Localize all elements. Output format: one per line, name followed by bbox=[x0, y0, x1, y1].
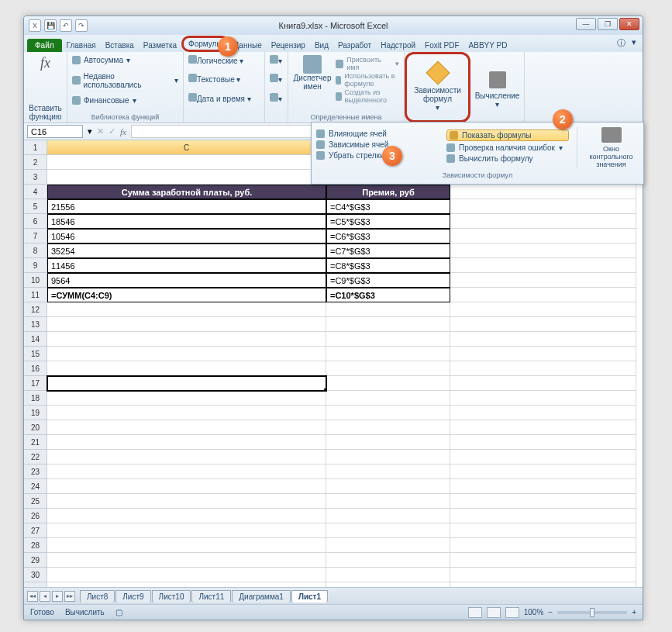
cell[interactable] bbox=[450, 406, 636, 420]
rowhdr-17[interactable]: 17 bbox=[24, 376, 47, 391]
cell[interactable] bbox=[326, 302, 450, 317]
tab-file[interactable]: Файл bbox=[27, 39, 62, 52]
cell[interactable] bbox=[47, 538, 326, 553]
rowhdr-11[interactable]: 11 bbox=[24, 288, 47, 302]
cell[interactable] bbox=[450, 568, 636, 582]
cell[interactable] bbox=[326, 582, 450, 587]
tab-view[interactable]: Вид bbox=[310, 39, 333, 52]
cell[interactable] bbox=[47, 420, 326, 435]
cell[interactable] bbox=[450, 332, 636, 347]
text-button[interactable]: Текстовые ▾ bbox=[188, 74, 260, 84]
cell[interactable] bbox=[47, 317, 326, 332]
cell[interactable] bbox=[450, 465, 636, 479]
cell[interactable] bbox=[47, 450, 326, 465]
rowhdr-15[interactable]: 15 bbox=[24, 347, 47, 361]
namebox-dropdown-icon[interactable]: ▾ bbox=[88, 126, 92, 136]
cell[interactable] bbox=[450, 361, 636, 376]
cell[interactable]: =C8*$G$3 bbox=[326, 258, 450, 273]
zoom-slider[interactable] bbox=[557, 611, 627, 614]
rowhdr-6[interactable]: 6 bbox=[24, 214, 47, 229]
rowhdr-10[interactable]: 10 bbox=[24, 273, 47, 288]
cell[interactable] bbox=[47, 494, 326, 509]
cell[interactable] bbox=[450, 214, 636, 229]
cell[interactable] bbox=[450, 199, 636, 214]
name-manager-button[interactable]: Диспетчер имен bbox=[293, 55, 332, 91]
zoom-out-button[interactable]: − bbox=[548, 608, 553, 616]
cell[interactable] bbox=[450, 302, 636, 317]
cell[interactable] bbox=[450, 435, 636, 450]
cell[interactable]: =C6*$G$3 bbox=[326, 229, 450, 243]
error-checking-button[interactable]: Проверка наличия ошибок ▾ bbox=[446, 143, 569, 152]
trace-precedents-button[interactable]: Влияющие ячей bbox=[316, 130, 439, 138]
sheet-nav-prev[interactable]: ◂ bbox=[40, 591, 50, 602]
rowhdr-4[interactable]: 4 bbox=[24, 185, 47, 199]
cell[interactable] bbox=[326, 332, 450, 347]
rowhdr-1[interactable]: 1 bbox=[24, 140, 47, 155]
cell[interactable] bbox=[450, 288, 636, 302]
cell[interactable] bbox=[450, 243, 636, 258]
rowhdr-25[interactable]: 25 bbox=[24, 494, 47, 509]
rowhdr-14[interactable]: 14 bbox=[24, 332, 47, 347]
cell[interactable]: 9564 bbox=[47, 273, 326, 288]
recent-button[interactable]: Недавно использовались ▾ bbox=[72, 72, 178, 89]
view-break-button[interactable] bbox=[505, 607, 519, 618]
rowhdr-9[interactable]: 9 bbox=[24, 258, 47, 273]
rowhdr-21[interactable]: 21 bbox=[24, 435, 47, 450]
cell[interactable]: =C10*$G$3 bbox=[326, 288, 450, 302]
macro-record-icon[interactable]: ▢ bbox=[115, 608, 122, 616]
cell[interactable]: =СУММ(C4:C9) bbox=[47, 288, 326, 302]
cell[interactable] bbox=[450, 376, 636, 391]
cell[interactable] bbox=[450, 494, 636, 509]
rowhdr-27[interactable]: 27 bbox=[24, 523, 47, 538]
tab-layout[interactable]: Разметка bbox=[139, 39, 181, 52]
rowhdr-28[interactable]: 28 bbox=[24, 538, 47, 553]
more-functions[interactable]: ▾ ▾ ▾ bbox=[265, 52, 288, 123]
cell[interactable]: =C5*$G$3 bbox=[326, 214, 450, 229]
fx-bar-icon[interactable]: fx bbox=[120, 127, 126, 136]
cell[interactable] bbox=[450, 185, 636, 199]
cell[interactable] bbox=[47, 155, 326, 170]
cell[interactable] bbox=[47, 170, 326, 185]
name-box[interactable] bbox=[27, 125, 83, 138]
cell[interactable] bbox=[47, 568, 326, 582]
rowhdr-2[interactable]: 2 bbox=[24, 155, 47, 170]
trace-dependents-button[interactable]: Зависимые ячей bbox=[316, 140, 439, 149]
rowhdr-7[interactable]: 7 bbox=[24, 229, 47, 243]
rowhdr-30[interactable]: 30 bbox=[24, 568, 47, 582]
cell[interactable] bbox=[450, 229, 636, 243]
cell[interactable]: =C4*$G$3 bbox=[326, 199, 450, 214]
insert-function-button[interactable]: fx Вставить функцию bbox=[24, 52, 67, 123]
sheet-tab[interactable]: Лист8 bbox=[80, 590, 115, 603]
cell[interactable] bbox=[326, 361, 450, 376]
cell[interactable] bbox=[47, 479, 326, 494]
cell[interactable] bbox=[47, 435, 326, 450]
rowhdr-23[interactable]: 23 bbox=[24, 465, 47, 479]
help-icon[interactable]: ⓘ bbox=[617, 37, 625, 49]
colhdr-c[interactable]: C bbox=[47, 140, 326, 154]
cell[interactable] bbox=[47, 465, 326, 479]
cell[interactable] bbox=[47, 391, 326, 406]
cell[interactable] bbox=[326, 494, 450, 509]
view-normal-button[interactable] bbox=[468, 607, 482, 618]
minimize-button[interactable]: — bbox=[576, 18, 596, 30]
cell[interactable] bbox=[47, 302, 326, 317]
cell[interactable] bbox=[450, 258, 636, 273]
cell[interactable] bbox=[450, 420, 636, 435]
cell[interactable] bbox=[47, 523, 326, 538]
cell[interactable] bbox=[326, 538, 450, 553]
redo-icon[interactable]: ↷ bbox=[75, 19, 88, 32]
autosum-button[interactable]: Автосумма ▾ bbox=[72, 56, 178, 64]
cell[interactable]: 11456 bbox=[47, 258, 326, 273]
cell[interactable] bbox=[47, 406, 326, 420]
sheet-tab[interactable]: Лист11 bbox=[191, 590, 231, 603]
cell[interactable]: 21556 bbox=[47, 199, 326, 214]
cell[interactable] bbox=[47, 509, 326, 523]
cell[interactable] bbox=[326, 317, 450, 332]
cell[interactable] bbox=[450, 509, 636, 523]
cell[interactable] bbox=[450, 523, 636, 538]
rowhdr-29[interactable]: 29 bbox=[24, 553, 47, 568]
cell[interactable]: 18546 bbox=[47, 214, 326, 229]
cell[interactable] bbox=[326, 420, 450, 435]
enter-icon[interactable]: ✓ bbox=[109, 126, 115, 136]
cell[interactable] bbox=[450, 450, 636, 465]
